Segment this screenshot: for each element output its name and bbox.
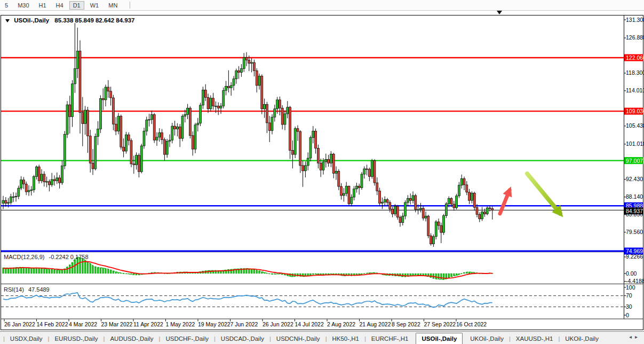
- candle-body: [481, 212, 483, 219]
- timeframe-button-m30[interactable]: M30: [14, 1, 33, 10]
- candle-body: [15, 197, 17, 197]
- macd-histogram-bar: [13, 268, 14, 273]
- candle-body: [179, 127, 181, 139]
- macd-histogram-bar: [131, 273, 132, 275]
- candle-body: [128, 135, 130, 140]
- candle-body: [415, 196, 417, 209]
- symbol-tab-eurusd-daily[interactable]: EURUSD-,Daily: [49, 334, 103, 344]
- symbol-tab-hk50-h1[interactable]: HK50-,H1: [327, 334, 364, 344]
- candle-body: [432, 237, 434, 244]
- symbol-tab-ukoil-daily[interactable]: UKOil-,Daily: [465, 334, 509, 344]
- time-tick-label: 14 Feb 2022: [37, 321, 68, 327]
- candle-body: [468, 192, 471, 200]
- symbol-tab-eurchf-h1[interactable]: EURCHF-,H1: [366, 334, 414, 344]
- macd-histogram-bar: [51, 270, 53, 273]
- candle-body: [5, 200, 7, 203]
- candle-body: [417, 209, 419, 210]
- candle-body: [56, 178, 58, 181]
- timeframe-button-5[interactable]: 5: [1, 1, 12, 10]
- price-line-label: 109.036: [626, 108, 644, 114]
- symbol-tab-usdx-daily[interactable]: USDX,Daily: [5, 334, 48, 344]
- candle-body: [419, 208, 422, 209]
- macd-histogram-bar: [56, 270, 58, 273]
- symbol-tab-bar: |USDX,Daily|EURUSD-,Daily|AUDUSD-,Daily|…: [0, 331, 644, 344]
- macd-histogram-bar: [317, 273, 319, 275]
- rsi-value: 47.5489: [28, 286, 50, 293]
- candle-body: [253, 62, 255, 71]
- macd-histogram-bar: [110, 270, 112, 273]
- symbol-tab-usdchf-daily[interactable]: USDCHF-,Daily: [160, 334, 214, 344]
- candle-body: [110, 91, 112, 98]
- macd-histogram-bar: [10, 268, 12, 273]
- candle-body: [353, 189, 355, 197]
- macd-histogram-bar: [307, 273, 309, 276]
- macd-histogram-bar: [15, 268, 17, 273]
- chart-canvas[interactable]: 131.300126.880118.300114.010105.430101.0…: [0, 0, 644, 344]
- candle-body: [79, 51, 81, 112]
- candle-body: [368, 169, 370, 177]
- macd-histogram-bar: [264, 272, 265, 273]
- candle-body: [18, 188, 20, 196]
- timeframe-button-h1[interactable]: H1: [35, 1, 50, 10]
- candle-body: [51, 179, 53, 185]
- candle-body: [12, 197, 14, 197]
- timeframe-button-w1[interactable]: W1: [86, 1, 103, 10]
- macd-histogram-bar: [107, 269, 109, 273]
- candle-body: [82, 113, 84, 124]
- chart-shift-marker-icon[interactable]: [497, 11, 502, 14]
- candle-body: [204, 90, 206, 97]
- candle-body: [217, 106, 219, 108]
- tab-scroll-right-icon[interactable]: ▸: [635, 334, 641, 340]
- symbol-tab-usdcad-daily[interactable]: USDCAD-,Daily: [216, 334, 269, 344]
- candle-body: [279, 100, 281, 108]
- rsi-name: RSI(14): [4, 286, 24, 293]
- candle-body: [210, 98, 212, 109]
- candle-body: [427, 216, 430, 236]
- macd-axis-label: 9.2266: [626, 253, 643, 260]
- candle-body: [430, 236, 432, 244]
- macd-histogram-bar: [458, 273, 460, 275]
- candle-body: [94, 136, 97, 169]
- price-tick-label: 131.300: [626, 17, 644, 23]
- rsi-axis-label: 100: [626, 284, 635, 291]
- candle-body: [25, 184, 27, 192]
- price-line-label: 84.937: [626, 208, 643, 214]
- timeframe-button-h4[interactable]: H4: [52, 1, 67, 10]
- candle-body: [235, 71, 237, 79]
- candle-body: [343, 193, 345, 196]
- macd-histogram-bar: [443, 273, 444, 279]
- candle-body: [281, 108, 283, 124]
- rsi-axis-label: 30: [626, 303, 632, 310]
- candle-body: [197, 123, 199, 125]
- chart-dropdown-icon[interactable]: [5, 19, 10, 22]
- time-tick-label: 7 Jun 2022: [230, 321, 258, 327]
- candle-body: [445, 204, 447, 215]
- rsi-axis-label: 0: [626, 312, 629, 318]
- symbol-tab-xauusd-h1[interactable]: XAUUSD-,H1: [511, 334, 559, 344]
- symbol-tab-usdcnh-daily[interactable]: USDCNH-,Daily: [271, 334, 325, 344]
- macd-histogram-bar: [433, 273, 434, 278]
- candle-body: [115, 124, 117, 131]
- candle-body: [271, 117, 273, 130]
- candle-body: [161, 132, 163, 139]
- symbol-tab-ukoil-daily[interactable]: UKOil-,Daily: [560, 334, 604, 344]
- macd-histogram-bar: [84, 260, 86, 273]
- candle-body: [240, 68, 242, 72]
- candle-body: [338, 171, 340, 186]
- symbol-tab-usoil-daily[interactable]: USOil-,Daily: [416, 333, 463, 344]
- price-tick-label: 118.300: [626, 69, 644, 76]
- candle-body: [422, 208, 424, 218]
- candle-body: [379, 191, 381, 204]
- macd-values: -0.2242 0.1758: [49, 254, 88, 260]
- candle-body: [471, 193, 473, 200]
- candle-body: [227, 87, 229, 88]
- timeframe-button-mn[interactable]: MN: [105, 1, 121, 10]
- timeframe-button-d1[interactable]: D1: [69, 1, 84, 10]
- candle-body: [491, 208, 494, 210]
- candle-body: [136, 155, 138, 165]
- candle-body: [483, 212, 486, 214]
- tab-scroll-left-icon[interactable]: ◂: [629, 334, 635, 340]
- symbol-tab-audusd-daily[interactable]: AUDUSD-,Daily: [105, 334, 158, 344]
- candle-body: [450, 198, 452, 204]
- macd-histogram-bar: [36, 268, 37, 273]
